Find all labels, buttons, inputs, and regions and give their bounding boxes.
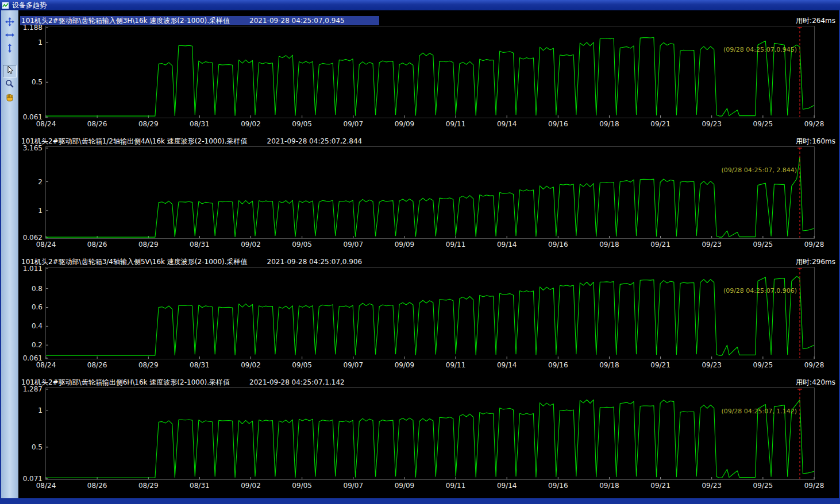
x-tick-label: 09/07 [344, 120, 364, 128]
plot-area[interactable]: (09/28 04:25:07, 1.142) [45, 387, 815, 480]
chart-elapsed-time: 用时:160ms [796, 137, 835, 146]
x-tick-label: 09/28 [804, 482, 824, 490]
x-tick-label: 08/31 [190, 120, 210, 128]
x-tick-label: 08/31 [190, 482, 210, 490]
x-tick-label: 09/05 [292, 482, 312, 490]
x-tick-label: 09/09 [395, 482, 415, 490]
chart-title-bar-4[interactable]: 101机头2#驱动部\齿轮箱输出侧6H\16k 速度波形(2-1000).采样值… [20, 378, 379, 387]
x-tick-label: 09/11 [446, 241, 466, 249]
trend-line-plot [45, 267, 815, 359]
x-tick-label: 09/18 [599, 120, 619, 128]
x-tick-label: 09/11 [446, 361, 466, 369]
trend-line-plot [45, 146, 815, 239]
y-axis: 1.28710.50.071 [20, 387, 45, 480]
chart-timestamp: 2021-09-28 04:25:07,0.906 [267, 258, 363, 266]
chart-title-bar-2[interactable]: 101机头2#驱动部\齿轮箱1/2轴输出侧4A\16k 速度波形(2-1000)… [20, 137, 396, 146]
chart-panel-1: 101机头2#驱动部\齿轮箱输入侧3H\16k 速度波形(2-1000).采样值… [20, 16, 839, 137]
x-tick-label: 08/24 [36, 361, 56, 369]
x-tick-label: 09/21 [650, 120, 671, 128]
cursor-annotation: (09/28 04:25:07,0.906) [723, 287, 797, 294]
y-tick-label: 1 [38, 38, 43, 46]
chart-elapsed-time: 用时:264ms [796, 16, 835, 26]
x-tick-label: 09/14 [497, 482, 517, 490]
x-tick-label: 09/25 [753, 120, 773, 128]
chart-header-1: 101机头2#驱动部\齿轮箱输入侧3H\16k 速度波形(2-1000).采样值… [20, 16, 835, 25]
y-tick-label: 1 [38, 406, 43, 414]
x-tick-label: 09/18 [599, 482, 619, 490]
plot-area[interactable]: (09/28 04:25:07,0.945) [45, 26, 815, 118]
x-axis: 08/2408/2608/2908/3109/0209/0509/0709/09… [45, 480, 815, 491]
x-tick-label: 09/25 [753, 361, 773, 369]
x-axis: 08/2408/2608/2908/3109/0209/0509/0709/09… [45, 239, 815, 250]
y-tick-label: 1.188 [23, 24, 43, 32]
horizontal-pan-tool-button[interactable] [3, 30, 16, 42]
x-tick-label: 08/29 [138, 361, 159, 369]
x-tick-label: 09/21 [650, 361, 671, 369]
chart-title: 101机头2#驱动部\齿轮箱1/2轴输出侧4A\16k 速度波形(2-1000)… [21, 137, 248, 146]
hand-icon [5, 92, 14, 104]
y-tick-label: 1.011 [23, 265, 43, 273]
x-tick-label: 09/07 [344, 361, 364, 369]
move-tool-button[interactable] [3, 17, 16, 29]
cursor-annotation: (09/28 04:25:07, 2.844) [721, 166, 797, 174]
chart-panel-4: 101机头2#驱动部\齿轮箱输出侧6H\16k 速度波形(2-1000).采样值… [20, 378, 839, 498]
chart-title: 101机头2#驱动部\齿轮箱3/4轴输入侧5V\16k 速度波形(2-1000)… [21, 257, 248, 267]
x-tick-label: 09/05 [292, 241, 312, 249]
chart-title-bar-3[interactable]: 101机头2#驱动部\齿轮箱3/4轴输入侧5V\16k 速度波形(2-1000)… [20, 257, 396, 266]
zoom-tool-button[interactable] [3, 79, 16, 91]
vertical-pan-tool-button[interactable] [3, 44, 16, 55]
x-tick-label: 09/02 [241, 241, 261, 249]
window-bottom-border [0, 498, 840, 504]
four-way-arrows-icon [5, 17, 14, 29]
y-axis: 1.18810.50.061 [20, 26, 45, 118]
x-tick-label: 08/24 [36, 120, 56, 128]
app-icon [2, 2, 9, 9]
main-area: 101机头2#驱动部\齿轮箱输入侧3H\16k 速度波形(2-1000).采样值… [0, 10, 840, 498]
x-tick-label: 09/05 [292, 120, 312, 128]
x-tick-label: 09/16 [548, 361, 568, 369]
chart-timestamp: 2021-09-28 04:25:07,2.844 [267, 137, 363, 145]
trend-line-plot [45, 387, 815, 480]
plot-area[interactable]: (09/28 04:25:07,0.906) [45, 267, 815, 359]
x-tick-label: 08/31 [190, 361, 210, 369]
x-tick-label: 08/29 [138, 482, 159, 490]
x-tick-label: 08/26 [87, 241, 107, 249]
x-tick-label: 09/23 [702, 241, 722, 249]
pointer-tool-button[interactable] [3, 65, 17, 77]
magnifier-icon [5, 79, 14, 91]
x-tick-label: 09/16 [548, 241, 568, 249]
y-tick-label: 0.5 [32, 78, 43, 86]
x-tick-label: 09/21 [650, 241, 671, 249]
cursor-arrow-icon [5, 65, 14, 77]
x-tick-label: 09/02 [241, 482, 261, 490]
x-tick-label: 09/16 [548, 120, 568, 128]
y-tick-label: 2 [38, 178, 43, 186]
x-tick-label: 09/25 [753, 241, 773, 249]
x-tick-label: 09/25 [753, 482, 773, 490]
x-tick-label: 08/24 [36, 241, 56, 249]
x-tick-label: 09/14 [497, 120, 517, 128]
plot-area[interactable]: (09/28 04:25:07, 2.844) [45, 146, 815, 239]
window-titlebar[interactable]: 设备多趋势 [0, 0, 840, 10]
x-tick-label: 08/26 [87, 482, 107, 490]
chart-timestamp: 2021-09-28 04:25:07,1.142 [249, 378, 345, 386]
hand-tool-button[interactable] [3, 92, 16, 104]
y-axis: 1.0110.80.60.40.20.061 [20, 267, 45, 359]
chart-title-bar-1[interactable]: 101机头2#驱动部\齿轮箱输入侧3H\16k 速度波形(2-1000).采样值… [20, 16, 379, 25]
chart-elapsed-time: 用时:296ms [796, 257, 835, 267]
x-tick-label: 09/21 [650, 482, 671, 490]
up-down-arrows-icon [5, 44, 14, 55]
x-tick-label: 09/05 [292, 361, 312, 369]
x-tick-label: 08/26 [87, 361, 107, 369]
y-tick-label: 0.2 [32, 341, 43, 349]
y-axis: 3.165210.062 [20, 146, 45, 239]
x-tick-label: 09/07 [344, 241, 364, 249]
x-tick-label: 08/31 [190, 241, 210, 249]
x-tick-label: 09/18 [599, 361, 619, 369]
x-tick-label: 09/02 [241, 120, 261, 128]
y-tick-label: 0.6 [32, 303, 43, 311]
chart-header-4: 101机头2#驱动部\齿轮箱输出侧6H\16k 速度波形(2-1000).采样值… [20, 378, 835, 387]
chart-header-3: 101机头2#驱动部\齿轮箱3/4轴输入侧5V\16k 速度波形(2-1000)… [20, 257, 835, 266]
x-tick-label: 08/24 [36, 482, 56, 490]
y-tick-label: 0.5 [32, 443, 43, 451]
